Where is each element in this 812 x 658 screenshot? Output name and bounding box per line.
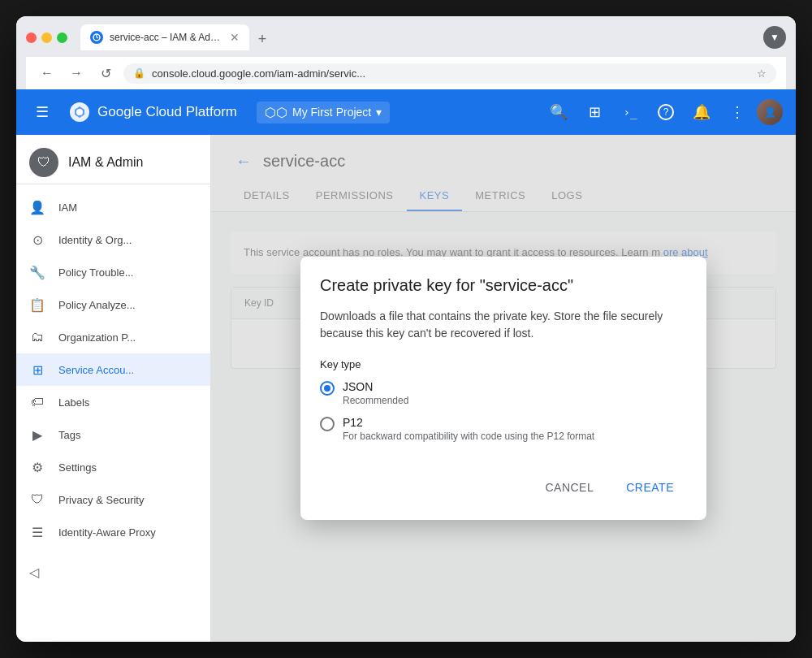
json-label-main: JSON <box>343 380 408 393</box>
sidebar-item-label: Settings <box>58 461 97 474</box>
key-type-label: Key type <box>320 358 687 370</box>
iam-admin-icon: 🛡 <box>29 148 58 177</box>
json-radio-label: JSON Recommended <box>343 380 408 406</box>
sidebar-item-identity-org[interactable]: ⊙ Identity & Org... <box>16 223 210 256</box>
dialog-description: Downloads a file that contains the priva… <box>320 308 687 342</box>
sidebar-item-tags[interactable]: ▶ Tags <box>16 418 210 451</box>
identity-org-icon: ⊙ <box>29 232 45 248</box>
privacy-security-icon: 🛡 <box>29 491 45 508</box>
maximize-window-button[interactable] <box>57 32 67 43</box>
gcp-title: Google Cloud Platform <box>97 104 237 120</box>
bookmark-icon[interactable]: ☆ <box>757 67 767 80</box>
sidebar-item-settings[interactable]: ⚙ Settings <box>16 451 210 483</box>
settings-icon: ⚙ <box>29 459 45 475</box>
create-key-dialog: Create private key for "service-acc" Dow… <box>300 257 706 520</box>
hamburger-icon: ☰ <box>36 104 49 120</box>
tags-icon: ▶ <box>29 426 45 443</box>
sidebar-item-label: Organization P... <box>58 331 136 344</box>
avatar-image: 👤 <box>757 99 783 125</box>
policy-trouble-icon: 🔧 <box>29 264 45 280</box>
sidebar-item-label: Privacy & Security <box>58 494 144 506</box>
url-text: console.cloud.google.com/iam-admin/servi… <box>152 67 750 80</box>
back-button[interactable]: ← <box>36 62 58 84</box>
help-icon: ? <box>658 104 674 120</box>
more-options-button[interactable]: ⋮ <box>721 96 754 128</box>
forward-button[interactable]: → <box>65 62 88 84</box>
cancel-button[interactable]: CANCEL <box>532 474 607 500</box>
top-navbar: ☰ Google Cloud Platform ⬡⬡ My First Proj… <box>16 89 796 135</box>
sidebar-header-title: IAM & Admin <box>68 155 143 170</box>
sidebar-item-label: Policy Trouble... <box>58 266 134 279</box>
sidebar-header: 🛡 IAM & Admin <box>16 135 210 184</box>
new-tab-button[interactable]: + <box>251 28 274 50</box>
service-accounts-icon: ⊞ <box>29 361 45 378</box>
avatar-text: 👤 <box>764 106 776 118</box>
browser-title-bar: service-acc – IAM & Admin – M ✕ + ▼ <box>26 24 786 50</box>
search-icon: 🔍 <box>550 103 568 121</box>
hamburger-button[interactable]: ☰ <box>29 97 55 128</box>
sidebar-item-privacy-security[interactable]: 🛡 Privacy & Security <box>16 483 210 516</box>
p12-label-main: P12 <box>343 416 594 429</box>
project-name: My First Project <box>292 106 371 119</box>
sidebar-item-policy-trouble[interactable]: 🔧 Policy Trouble... <box>16 256 210 288</box>
apps-button[interactable]: ⊞ <box>578 96 611 128</box>
avatar[interactable]: 👤 <box>757 99 783 125</box>
iam-icon: 👤 <box>29 199 45 215</box>
minimize-window-button[interactable] <box>41 32 52 43</box>
notifications-button[interactable]: 🔔 <box>685 96 718 128</box>
sidebar-item-service-accounts[interactable]: ⊞ Service Accou... <box>16 353 210 386</box>
reload-button[interactable]: ↺ <box>94 62 117 84</box>
svg-point-2 <box>76 109 83 115</box>
sidebar-collapse-button[interactable]: ◁ <box>16 555 210 590</box>
address-bar[interactable]: 🔒 console.cloud.google.com/iam-admin/ser… <box>123 63 776 84</box>
dialog-title: Create private key for "service-acc" <box>320 276 687 295</box>
search-button[interactable]: 🔍 <box>542 96 575 128</box>
help-button[interactable]: ? <box>650 96 682 128</box>
project-selector-icon: ⬡⬡ <box>265 105 287 120</box>
sidebar-item-policy-analyze[interactable]: 📋 Policy Analyze... <box>16 288 210 321</box>
json-radio-option[interactable]: JSON Recommended <box>320 380 687 406</box>
sidebar-item-labels[interactable]: 🏷 Labels <box>16 386 210 418</box>
sidebar-item-label: Labels <box>58 396 89 409</box>
p12-radio-option[interactable]: P12 For backward compatibility with code… <box>320 416 687 442</box>
collapse-icon: ◁ <box>29 565 39 580</box>
labels-icon: 🏷 <box>29 394 45 410</box>
tab-close-button[interactable]: ✕ <box>230 31 240 44</box>
p12-radio-button[interactable] <box>320 417 335 431</box>
sidebar-item-organization[interactable]: 🗂 Organization P... <box>16 321 210 353</box>
tab-title: service-acc – IAM & Admin – M <box>110 32 223 43</box>
browser-chrome: service-acc – IAM & Admin – M ✕ + ▼ ← → … <box>16 16 796 89</box>
sidebar-item-label: Identity-Aware Proxy <box>58 526 156 539</box>
organization-icon: 🗂 <box>29 329 45 345</box>
more-icon: ⋮ <box>730 103 745 121</box>
app-container: ☰ Google Cloud Platform ⬡⬡ My First Proj… <box>16 89 796 642</box>
nav-actions: 🔍 ⊞ ›_ ? 🔔 ⋮ 👤 <box>542 96 783 128</box>
browser-toolbar: ← → ↺ 🔒 console.cloud.google.com/iam-adm… <box>26 57 786 89</box>
terminal-button[interactable]: ›_ <box>614 96 646 128</box>
dialog-actions: CANCEL CREATE <box>320 461 687 500</box>
browser-extension-icon[interactable]: ▼ <box>763 26 786 49</box>
project-dropdown-icon: ▾ <box>376 106 382 119</box>
sidebar-item-label: Tags <box>58 429 80 441</box>
apps-icon: ⊞ <box>589 103 601 121</box>
sidebar-item-label: IAM <box>58 201 77 214</box>
browser-tabs: service-acc – IAM & Admin – M ✕ + <box>80 24 757 50</box>
gcp-logo: Google Cloud Platform <box>68 101 237 123</box>
close-window-button[interactable] <box>26 32 37 43</box>
traffic-lights <box>26 32 67 43</box>
identity-aware-proxy-icon: ☰ <box>29 524 45 540</box>
project-selector[interactable]: ⬡⬡ My First Project ▾ <box>257 102 390 123</box>
lock-icon: 🔒 <box>133 67 145 79</box>
create-button[interactable]: CREATE <box>613 474 687 500</box>
sidebar-item-iam[interactable]: 👤 IAM <box>16 191 210 223</box>
sidebar-item-label: Identity & Org... <box>58 234 132 246</box>
json-radio-button[interactable] <box>320 381 335 396</box>
p12-radio-label: P12 For backward compatibility with code… <box>343 416 594 442</box>
terminal-icon: ›_ <box>624 106 637 119</box>
sidebar-item-label: Policy Analyze... <box>58 299 136 311</box>
sidebar-item-identity-aware-proxy[interactable]: ☰ Identity-Aware Proxy <box>16 516 210 548</box>
active-tab[interactable]: service-acc – IAM & Admin – M ✕ <box>80 24 249 50</box>
gcp-logo-icon <box>68 101 91 123</box>
content-area: 🛡 IAM & Admin 👤 IAM ⊙ Identity & Org... … <box>16 135 796 642</box>
json-label-sub: Recommended <box>343 395 408 406</box>
